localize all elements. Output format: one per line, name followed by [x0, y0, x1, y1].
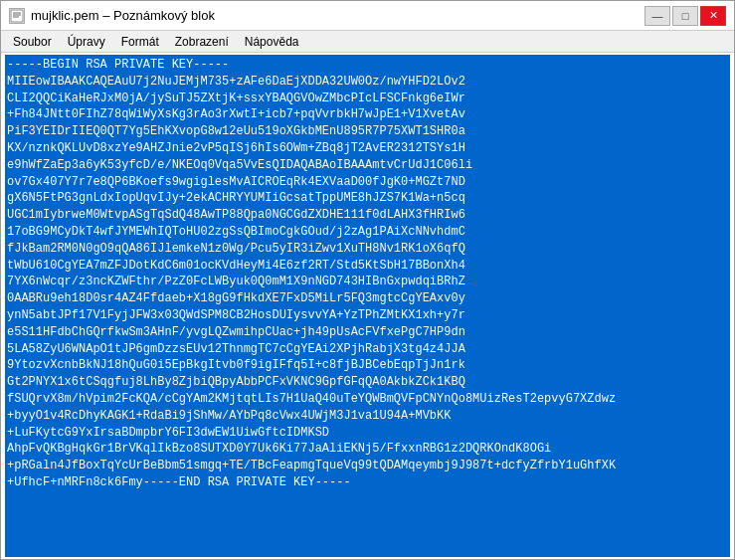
restore-button[interactable]: □	[672, 6, 698, 26]
window-controls: — □ ✕	[644, 6, 726, 26]
menu-zobrazeni[interactable]: Zobrazení	[167, 33, 237, 51]
editor-area: -----BEGIN RSA PRIVATE KEY----- MIIEowIB…	[1, 53, 734, 559]
window-title: mujklic.pem – Poznámkový blok	[31, 8, 215, 23]
menu-format[interactable]: Formát	[113, 33, 167, 51]
menu-napoveda[interactable]: Nápověda	[237, 33, 307, 51]
app-icon	[9, 8, 25, 24]
title-bar: mujklic.pem – Poznámkový blok — □ ✕	[1, 1, 734, 31]
menu-soubor[interactable]: Soubor	[5, 33, 60, 51]
svg-rect-0	[11, 10, 23, 22]
main-window: mujklic.pem – Poznámkový blok — □ ✕ Soub…	[0, 0, 735, 560]
editor-text[interactable]: -----BEGIN RSA PRIVATE KEY----- MIIEowIB…	[5, 55, 730, 557]
editor-scroll[interactable]: -----BEGIN RSA PRIVATE KEY----- MIIEowIB…	[1, 53, 734, 559]
menu-bar: Soubor Úpravy Formát Zobrazení Nápověda	[1, 31, 734, 53]
menu-upravy[interactable]: Úpravy	[60, 33, 113, 51]
minimize-button[interactable]: —	[644, 6, 670, 26]
title-bar-left: mujklic.pem – Poznámkový blok	[9, 8, 215, 24]
close-button[interactable]: ✕	[700, 6, 726, 26]
